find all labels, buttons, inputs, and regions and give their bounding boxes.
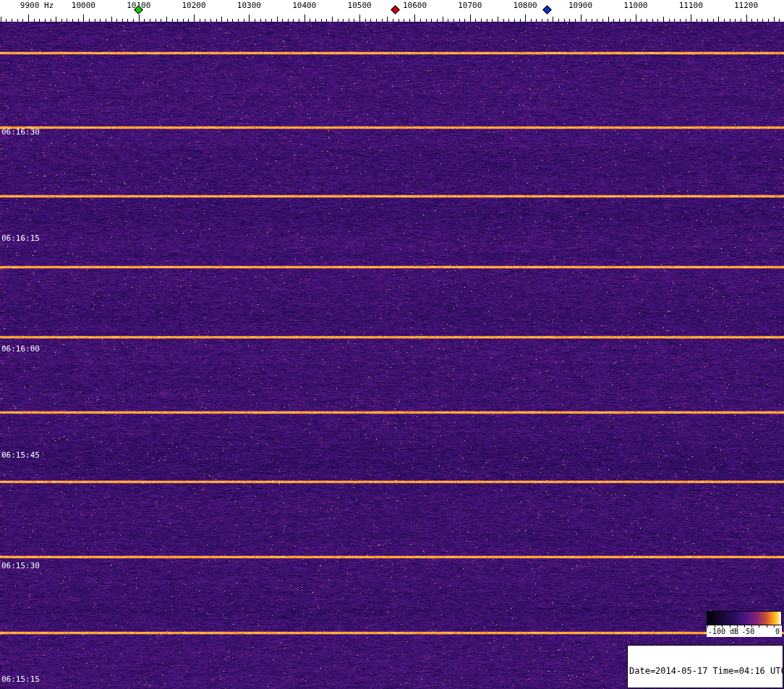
color-scale-labels: -100 dB -50 0 [707, 625, 782, 637]
color-scale-legend: -100 dB -50 0 [707, 611, 782, 637]
info-date-line: Date=2014-05-17 Time=04:16 UTC [629, 666, 781, 676]
legend-max-label: 0 [775, 626, 780, 638]
spectrogram-window: 06:16:3006:16:1506:16:0006:15:4506:15:30… [0, 0, 784, 689]
legend-min-label: -100 dB [708, 626, 738, 638]
spectrogram-waterfall[interactable] [0, 22, 784, 689]
observation-info-box: Date=2014-05-17 Time=04:16 UTC Freq=143 … [627, 645, 783, 688]
legend-mid-label: -50 [741, 626, 754, 638]
color-scale-gradient [707, 611, 782, 625]
